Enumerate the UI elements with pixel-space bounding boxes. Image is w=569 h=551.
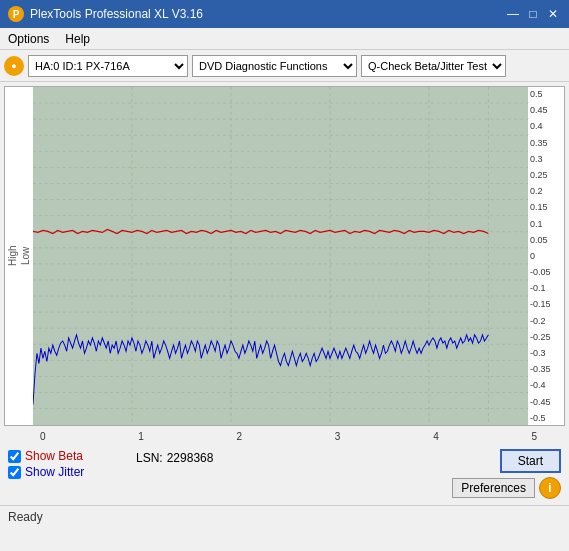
prefs-row: Preferences i — [452, 477, 561, 499]
x-label-0: 0 — [40, 431, 46, 442]
lsn-area: LSN: 2298368 — [136, 451, 213, 465]
x-axis: 0 1 2 3 4 5 — [4, 430, 565, 443]
function-select[interactable]: DVD Diagnostic Functions — [192, 55, 357, 77]
checkboxes-panel: Show Beta Show Jitter — [8, 449, 128, 479]
chart-svg — [33, 87, 528, 425]
y-low-label: Low — [20, 247, 31, 265]
x-label-1: 1 — [138, 431, 144, 442]
drive-select[interactable]: HA:0 ID:1 PX-716A — [28, 55, 188, 77]
close-button[interactable]: ✕ — [545, 6, 561, 22]
minimize-button[interactable]: — — [505, 6, 521, 22]
bottom-panel: Show Beta Show Jitter LSN: 2298368 Start… — [0, 443, 569, 505]
chart-canvas — [33, 87, 528, 425]
x-label-2: 2 — [237, 431, 243, 442]
x-label-4: 4 — [433, 431, 439, 442]
app-icon: P — [8, 6, 24, 22]
test-select[interactable]: Q-Check Beta/Jitter Test — [361, 55, 506, 77]
info-button[interactable]: i — [539, 477, 561, 499]
menu-options[interactable]: Options — [4, 31, 53, 47]
maximize-button[interactable]: □ — [525, 6, 541, 22]
chart-area: High Low — [4, 86, 565, 426]
preferences-button[interactable]: Preferences — [452, 478, 535, 498]
lsn-value: 2298368 — [167, 451, 214, 465]
toolbar: ● HA:0 ID:1 PX-716A DVD Diagnostic Funct… — [0, 50, 569, 82]
drive-icon: ● — [4, 56, 24, 76]
svg-rect-0 — [33, 87, 528, 425]
title-bar: P PlexTools Professional XL V3.16 — □ ✕ — [0, 0, 569, 28]
window-title: PlexTools Professional XL V3.16 — [30, 7, 203, 21]
show-beta-checkbox[interactable] — [8, 450, 21, 463]
show-jitter-row: Show Jitter — [8, 465, 128, 479]
window-controls: — □ ✕ — [505, 6, 561, 22]
status-bar: Ready — [0, 505, 569, 527]
show-jitter-label: Show Jitter — [25, 465, 84, 479]
status-text: Ready — [8, 510, 43, 524]
y-axis-right: 0.5 0.45 0.4 0.35 0.3 0.25 0.2 0.15 0.1 … — [528, 87, 564, 425]
x-label-5: 5 — [531, 431, 537, 442]
x-label-3: 3 — [335, 431, 341, 442]
show-beta-row: Show Beta — [8, 449, 128, 463]
lsn-label: LSN: — [136, 451, 163, 465]
menu-bar: Options Help — [0, 28, 569, 50]
y-high-label: High — [7, 246, 18, 267]
buttons-area: Start Preferences i — [452, 449, 561, 499]
show-jitter-checkbox[interactable] — [8, 466, 21, 479]
show-beta-label: Show Beta — [25, 449, 83, 463]
start-button[interactable]: Start — [500, 449, 561, 473]
y-axis-left: High Low — [5, 87, 33, 425]
menu-help[interactable]: Help — [61, 31, 94, 47]
